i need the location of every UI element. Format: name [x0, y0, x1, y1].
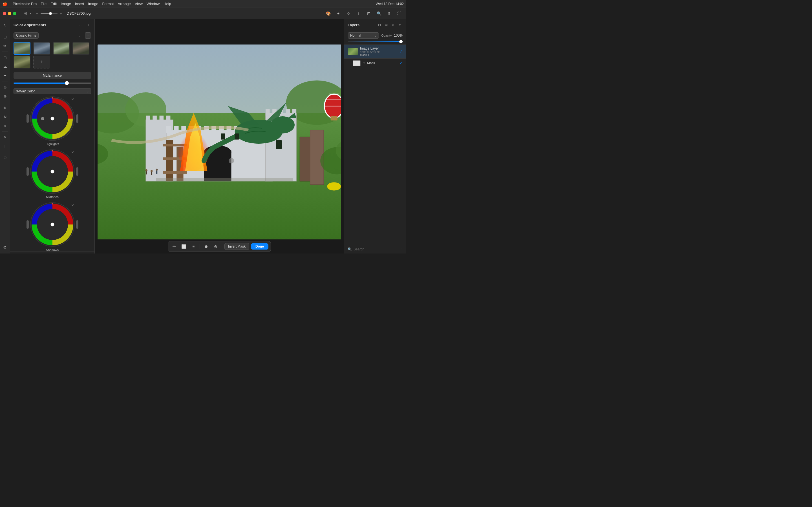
- mask-visible-checkbox[interactable]: ✓: [399, 61, 403, 65]
- menu-image[interactable]: Image: [61, 2, 71, 6]
- adjust-btn[interactable]: ⊹: [345, 10, 352, 17]
- sidebar-toggle-icon[interactable]: ⊞: [23, 11, 27, 16]
- layer-visible-checkbox[interactable]: ✓: [399, 49, 403, 54]
- zoom-slider[interactable]: [41, 13, 57, 14]
- layers-add-btn[interactable]: +: [397, 22, 403, 27]
- preset-thumb-4[interactable]: [72, 42, 89, 55]
- three-way-dropdown[interactable]: 3-Way Color: [13, 88, 91, 94]
- blur-tool[interactable]: ≋: [1, 113, 9, 121]
- close-window-button[interactable]: [3, 12, 6, 15]
- minimize-window-button[interactable]: [8, 12, 11, 15]
- zoom-btn[interactable]: 🔍: [375, 10, 383, 17]
- fullscreen-btn[interactable]: ⛶: [395, 10, 403, 17]
- menu-arrange[interactable]: Arrange: [118, 2, 131, 6]
- shadows-wheel-svg[interactable]: [30, 202, 75, 247]
- midtones-reset-btn[interactable]: ↺: [71, 150, 74, 154]
- shadows-left-handle[interactable]: [27, 220, 29, 229]
- share-btn[interactable]: ⬆: [385, 10, 393, 17]
- menu-insert[interactable]: Insert: [75, 2, 84, 6]
- preset-more-btn[interactable]: ···: [85, 33, 91, 39]
- opacity-slider-thumb[interactable]: [399, 40, 403, 43]
- preset-thumb-5[interactable]: [13, 56, 31, 68]
- menu-app[interactable]: Pixelmator Pro: [13, 2, 37, 6]
- effects-btn[interactable]: ✦: [335, 10, 342, 17]
- dodge-tool[interactable]: ☼: [1, 122, 9, 129]
- info-btn[interactable]: ℹ: [355, 10, 363, 17]
- preset-add-btn[interactable]: +: [33, 56, 50, 68]
- preset-dropdown[interactable]: Classic Films Film Noir Vintage: [13, 33, 39, 39]
- color-picker-btn[interactable]: 🎨: [324, 10, 332, 17]
- menu-help[interactable]: Help: [163, 2, 171, 6]
- canvas-tool-separator: [200, 244, 200, 249]
- clone-tool[interactable]: ⊕: [1, 83, 9, 91]
- smudge-tool[interactable]: ☁: [1, 62, 9, 70]
- mask-minus-btn[interactable]: ⊖: [212, 242, 220, 250]
- svg-point-6: [52, 97, 53, 99]
- menu-edit[interactable]: Edit: [50, 2, 57, 6]
- layers-zoom-btn[interactable]: ⊟: [377, 22, 382, 27]
- mask-layer-item[interactable]: □ Mask ✓: [344, 59, 406, 68]
- preset-thumb-3[interactable]: [53, 42, 70, 55]
- highlights-right-handle[interactable]: [76, 114, 79, 123]
- preset-thumb-2[interactable]: [33, 42, 50, 55]
- select-tool[interactable]: ↖: [1, 21, 9, 29]
- shadows-reset-btn[interactable]: ↺: [71, 203, 74, 207]
- mask-record-btn[interactable]: ⏺: [202, 242, 210, 250]
- shadows-right-handle[interactable]: [76, 220, 79, 229]
- layers-search-input[interactable]: [354, 247, 398, 251]
- image-layer-item[interactable]: Image Layer 4896 × 3264 px Mask ▼ ✓: [344, 45, 406, 59]
- crop-tool[interactable]: ⊡: [1, 33, 9, 41]
- enhance-slider-track[interactable]: [13, 82, 91, 83]
- done-button[interactable]: Done: [251, 243, 268, 249]
- retouch-tool[interactable]: ◈: [1, 104, 9, 112]
- search-options-btn[interactable]: ⋮: [400, 247, 403, 251]
- highlights-label: Highlights: [13, 142, 91, 146]
- midtones-wheel-row: ↺: [27, 149, 79, 194]
- highlights-left-handle[interactable]: [27, 114, 29, 123]
- menu-format[interactable]: Format: [102, 2, 114, 6]
- blend-mode-dropdown[interactable]: Normal Multiply Screen: [348, 33, 379, 39]
- highlights-wheel-svg[interactable]: [30, 96, 75, 141]
- type-tool[interactable]: T: [1, 142, 9, 150]
- menu-image2[interactable]: Image: [88, 2, 98, 6]
- shadows-wheel-wrapper: ↺: [30, 202, 75, 247]
- mask-badge[interactable]: Mask ▼: [360, 54, 397, 57]
- svg-point-11: [51, 170, 54, 173]
- settings-tool[interactable]: ⚙: [1, 243, 9, 251]
- menu-window[interactable]: Window: [147, 2, 160, 6]
- adjustments-tool-btn[interactable]: ≡: [190, 242, 197, 250]
- invert-mask-button[interactable]: Invert Mask: [224, 243, 249, 250]
- panel-more-btn[interactable]: ···: [78, 22, 84, 27]
- brush-2-tool[interactable]: ✎: [1, 133, 9, 141]
- menu-view[interactable]: View: [135, 2, 143, 6]
- heal-tool[interactable]: ⊗: [1, 92, 9, 100]
- zoom-minus-icon[interactable]: −: [36, 11, 38, 16]
- opacity-slider-track[interactable]: [348, 41, 403, 42]
- zoom-plus-icon[interactable]: +: [60, 11, 62, 16]
- panel-add-btn[interactable]: +: [86, 22, 91, 27]
- preset-thumb-1[interactable]: [13, 42, 31, 55]
- highlights-wheel-wrapper: ↺: [30, 96, 75, 141]
- menu-file[interactable]: File: [41, 2, 47, 6]
- sidebar-toggle-chevron[interactable]: ▼: [29, 12, 32, 15]
- brush-tool-btn[interactable]: ✏: [170, 242, 178, 250]
- sharpen-tool[interactable]: ✦: [1, 71, 9, 79]
- ml-enhance-button[interactable]: ML Enhance: [13, 72, 91, 79]
- midtones-wheel-svg[interactable]: [30, 149, 75, 194]
- midtones-label: Midtones: [13, 195, 91, 199]
- fullscreen-window-button[interactable]: [13, 12, 16, 15]
- crop-btn[interactable]: ⊡: [365, 10, 373, 17]
- apple-menu[interactable]: 🍎: [2, 1, 8, 6]
- zoom-tool[interactable]: ⊕: [1, 154, 9, 162]
- paint-tool[interactable]: ✏: [1, 42, 9, 50]
- highlights-reset-btn[interactable]: ↺: [71, 97, 74, 101]
- layers-copy-btn[interactable]: ⧉: [384, 22, 389, 27]
- midtones-left-handle[interactable]: [27, 167, 29, 176]
- midtones-right-handle[interactable]: [76, 167, 79, 176]
- enhance-slider-thumb[interactable]: [65, 81, 69, 85]
- eraser-tool-btn[interactable]: ⬜: [180, 242, 188, 250]
- mask-layer-thumb: [353, 60, 361, 66]
- layers-filter-btn[interactable]: ⊛: [390, 22, 396, 27]
- eraser-tool[interactable]: ◻: [1, 54, 9, 61]
- layers-title: Layers: [348, 23, 377, 27]
